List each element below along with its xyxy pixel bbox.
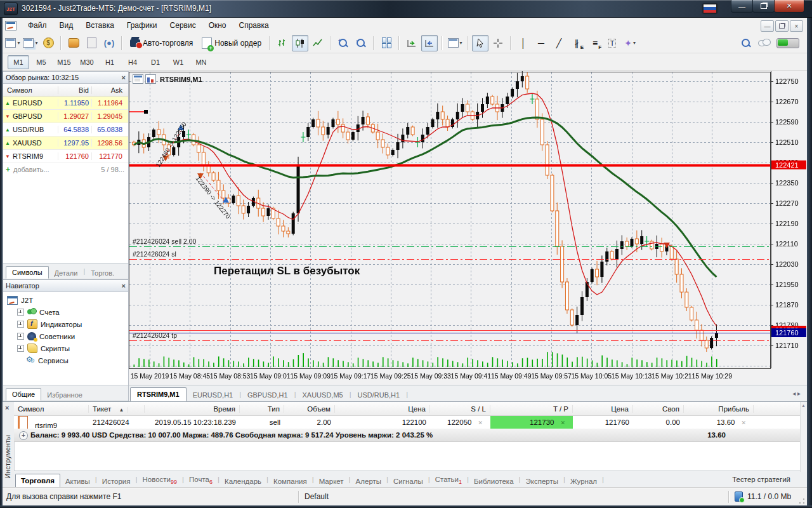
new-chart-button[interactable]: ▾ — [4, 35, 21, 51]
text-tool[interactable]: T — [604, 35, 620, 51]
timeframe-button-M5[interactable]: M5 — [30, 55, 52, 69]
column-header-Тип[interactable]: Тип — [240, 405, 284, 413]
toolbox-tab-strategy-tester[interactable]: Тестер стратегий — [732, 473, 790, 486]
toolbox-tab-Эксперты[interactable]: Эксперты — [521, 475, 563, 488]
profiles-button[interactable]: ▾ — [22, 35, 39, 51]
toolbox-scrollbar[interactable] — [800, 402, 807, 472]
expand-icon[interactable]: + — [19, 431, 28, 440]
column-header-Время[interactable]: Время — [145, 405, 240, 413]
navigator-item-Счета[interactable]: Счета — [3, 306, 128, 318]
restore-button[interactable] — [752, 0, 775, 13]
autoscroll-button[interactable] — [403, 35, 420, 51]
column-header-Символ[interactable]: Символ — [14, 405, 89, 413]
navigator-item-Советники[interactable]: Советники — [3, 330, 128, 342]
timeframe-button-D1[interactable]: D1 — [145, 55, 166, 69]
timeframe-button-M30[interactable]: M30 — [76, 55, 98, 69]
chart-area[interactable]: RTSRIM9,M1 #212426024 sell 2.00#21242602… — [129, 71, 807, 385]
column-header-Объем[interactable]: Объем — [284, 405, 335, 413]
navigator-item-Индикаторы[interactable]: Индикаторы — [3, 318, 128, 330]
chart-tab-EURUSD,H1[interactable]: EURUSD,H1 — [187, 389, 240, 401]
expand-icon[interactable] — [17, 309, 24, 316]
close-x-icon[interactable]: ✕ — [556, 420, 569, 426]
line-mode-button[interactable] — [310, 35, 326, 51]
candles-mode-button[interactable] — [292, 35, 308, 51]
add-symbol-row[interactable]: + добавить... 5 / 98... — [3, 163, 128, 176]
channel-tool[interactable]: ∦E — [568, 35, 585, 51]
fibonacci-tool[interactable]: ≡F — [586, 35, 603, 51]
child-minimize-button[interactable]: — — [761, 20, 774, 32]
journal-button[interactable] — [83, 35, 100, 51]
templates-button[interactable]: ▾ — [447, 35, 463, 51]
column-header-Своп[interactable]: Своп — [633, 405, 684, 413]
arrows-tool[interactable]: ✦▾ — [622, 35, 638, 51]
toolbox-tab-Торговля[interactable]: Торговля — [15, 474, 60, 488]
tab-Избранное[interactable]: Избранное — [41, 389, 88, 401]
position-tp[interactable]: 121730✕ — [490, 416, 573, 429]
column-header-Прибыль[interactable]: Прибыль — [684, 405, 754, 413]
column-header-S / L[interactable]: S / L — [430, 405, 490, 413]
toolbox-tab-Сигналы[interactable]: Сигналы — [388, 475, 428, 488]
search-icon[interactable] — [738, 35, 754, 51]
market-watch-row[interactable]: ▲EURUSD1.119501.11964 — [3, 97, 128, 110]
position-sl[interactable]: 122050✕ — [430, 416, 490, 429]
market-watch-row[interactable]: ▼GBPUSD1.290271.29045 — [3, 110, 128, 123]
column-header-T / P[interactable]: T / P — [490, 405, 573, 413]
symbols-button[interactable]: $ — [40, 35, 56, 51]
close-button[interactable]: ✕ — [774, 0, 804, 13]
close-x-icon[interactable]: ✕ — [737, 420, 750, 426]
toolbox-tab-История[interactable]: История — [97, 475, 136, 488]
chart-tabs-scroll-arrows[interactable]: ◂ ▸ — [792, 390, 801, 397]
tab-Общие[interactable]: Общие — [6, 388, 41, 401]
tab-Символы[interactable]: Символы — [6, 266, 49, 279]
timeframe-button-M1[interactable]: M1 — [8, 55, 29, 69]
cursor-button[interactable] — [472, 35, 488, 51]
bars-mode-button[interactable] — [274, 35, 291, 51]
history-center-button[interactable] — [65, 35, 82, 51]
expand-icon[interactable] — [17, 333, 24, 340]
toolbox-tab-Почта[interactable]: Почта6 — [184, 473, 218, 488]
close-icon[interactable]: × — [122, 282, 126, 290]
toolbox-tab-Новости[interactable]: Новости99 — [137, 473, 182, 488]
market-watch-row[interactable]: ▲USD/RUB64.583865.0838 — [3, 123, 128, 137]
toolbox-vertical-label[interactable]: Инструменты — [4, 435, 11, 479]
minimize-button[interactable]: — — [731, 0, 753, 13]
navigator-root[interactable]: J2T — [3, 294, 128, 306]
menu-item-Сервис[interactable]: Сервис — [164, 19, 202, 32]
navigator-item-Сервисы[interactable]: Сервисы — [3, 354, 128, 366]
timeframe-button-H1[interactable]: H1 — [99, 55, 121, 69]
resize-grip[interactable] — [798, 497, 806, 505]
menu-item-Файл[interactable]: Файл — [22, 19, 53, 32]
trendline-tool[interactable]: ╱ — [551, 35, 567, 51]
toolbox-tab-Библиотека[interactable]: Библиотека — [469, 475, 519, 488]
status-profile[interactable]: Default — [304, 491, 329, 503]
one-click-trading-icon[interactable] — [133, 74, 143, 84]
toolbox-tab-Компания[interactable]: Компания — [268, 475, 312, 488]
price-chart-canvas[interactable] — [129, 71, 807, 385]
toolbox-tab-Календарь[interactable]: Календарь — [219, 475, 266, 488]
connection-toggle[interactable] — [773, 35, 802, 51]
expand-icon[interactable] — [17, 345, 24, 352]
column-header-Цена[interactable]: Цена — [573, 405, 633, 413]
menu-item-Справка[interactable]: Справка — [233, 19, 275, 32]
position-row[interactable]: rtsrim92124260242019.05.15 10:23:18.239s… — [14, 416, 801, 430]
close-icon[interactable]: × — [122, 74, 126, 81]
tab-Торгов.[interactable]: Торгов. — [85, 267, 120, 279]
timeframe-button-MN[interactable]: MN — [190, 55, 212, 69]
expand-icon[interactable] — [17, 321, 24, 328]
chart-shift-button[interactable] — [421, 35, 438, 51]
toolbox-tab-Активы[interactable]: Активы — [60, 475, 95, 488]
tile-windows-button[interactable] — [378, 35, 395, 51]
column-header-Тикет[interactable]: Тикет▲ — [89, 405, 145, 413]
toolbox-tab-Журнал[interactable]: Журнал — [565, 475, 602, 488]
close-icon[interactable]: × — [5, 404, 9, 411]
column-header-Цена[interactable]: Цена — [335, 405, 430, 413]
chart-tab-GBPUSD,H1[interactable]: GBPUSD,H1 — [241, 389, 294, 401]
timeframe-button-M15[interactable]: M15 — [53, 55, 75, 69]
new-order-button[interactable]: Новый ордер — [198, 35, 265, 51]
toolbox-tab-Алерты[interactable]: Алерты — [351, 475, 386, 488]
chart-tab-USD/RUB,H1[interactable]: USD/RUB,H1 — [351, 389, 407, 401]
chat-icon[interactable] — [756, 35, 772, 51]
horizontal-line-tool[interactable]: ─ — [533, 35, 549, 51]
menu-item-Окно[interactable]: Окно — [202, 19, 233, 32]
market-watch-row[interactable]: ▲XAUUSD1297.951298.56 — [3, 137, 128, 150]
